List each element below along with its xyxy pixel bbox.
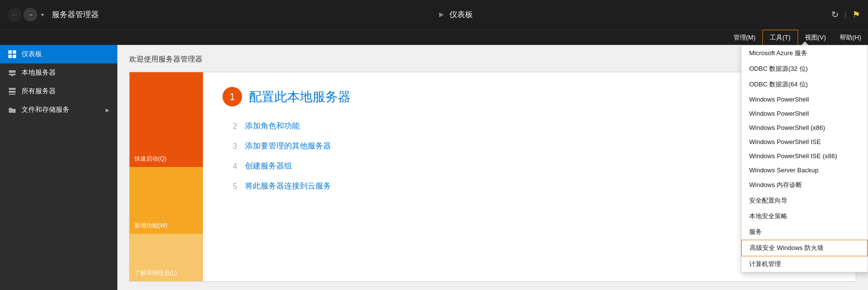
dropdown-item-powershell-ise-x86[interactable]: Windows PowerShell ISE (x86) <box>741 149 868 163</box>
menu-tools[interactable]: 工具(T) <box>762 30 798 45</box>
sidebar-item-dashboard-label: 仪表板 <box>22 50 42 59</box>
step2-link[interactable]: 添加角色和功能 <box>245 121 300 131</box>
local-server-icon <box>8 68 17 77</box>
flag-icon[interactable]: ⚑ <box>852 9 860 20</box>
svg-rect-8 <box>9 91 16 93</box>
step1-circle: 1 <box>223 87 242 106</box>
divider-icon: | <box>845 10 846 19</box>
step5-link[interactable]: 将此服务器连接到云服务 <box>245 181 331 191</box>
app-title: 服务器管理器 <box>52 10 434 20</box>
tile-learn-more-label: 了解详细信息(L) <box>134 269 177 277</box>
all-servers-icon <box>8 87 17 96</box>
dropdown-item-memory-diag[interactable]: Windows 内存诊断 <box>741 177 868 193</box>
nav-buttons: ← → ▼ <box>8 8 46 21</box>
dropdown-item-services[interactable]: 服务 <box>741 224 868 240</box>
back-button[interactable]: ← <box>8 8 22 21</box>
menu-manage[interactable]: 管理(M) <box>727 30 763 45</box>
breadcrumb-separator: ► <box>438 10 445 19</box>
svg-rect-4 <box>9 70 16 73</box>
tile-new-features[interactable]: 新增功能(W) <box>130 167 203 234</box>
svg-rect-2 <box>8 55 12 58</box>
svg-rect-3 <box>13 55 16 58</box>
dropdown-item-odbc64[interactable]: ODBC 数据源(64 位) <box>741 77 868 92</box>
dropdown-item-server-backup[interactable]: Windows Server Backup <box>741 163 868 177</box>
dropdown-item-powershellx86[interactable]: Windows PowerShell (x86) <box>741 121 868 135</box>
step2-num: 2 <box>227 122 237 131</box>
svg-rect-5 <box>9 74 16 75</box>
dropdown-item-powershell2[interactable]: Windows PowerShell <box>741 106 868 121</box>
step3-link[interactable]: 添加要管理的其他服务器 <box>245 141 331 151</box>
dashboard-icon <box>8 50 17 59</box>
sidebar-item-all-servers[interactable]: 所有服务器 <box>0 82 117 101</box>
svg-rect-7 <box>9 88 16 90</box>
dropdown-item-powershell[interactable]: Windows PowerShell <box>741 92 868 106</box>
sidebar-item-local-server[interactable]: 本地服务器 <box>0 63 117 82</box>
sidebar-item-dashboard[interactable]: 仪表板 <box>0 45 117 63</box>
chevron-right-icon: ▶ <box>106 107 110 113</box>
sidebar-item-all-servers-label: 所有服务器 <box>22 87 56 96</box>
sidebar: 仪表板 本地服务器 所有服务器 <box>0 45 117 290</box>
refresh-icon[interactable]: ↻ <box>831 9 839 20</box>
dropdown-item-powershell-ise[interactable]: Windows PowerShell ISE <box>741 135 868 149</box>
file-storage-icon <box>8 105 17 114</box>
dropdown-item-firewall[interactable]: 高级安全 Windows 防火墙 <box>741 240 868 256</box>
svg-rect-0 <box>8 50 12 54</box>
tools-dropdown-menu: Microsoft Azure 服务 ODBC 数据源(32 位) ODBC 数… <box>741 45 868 272</box>
step5-num: 5 <box>227 182 237 191</box>
tile-learn-more[interactable]: 了解详细信息(L) <box>130 234 203 281</box>
forward-button[interactable]: → <box>23 8 37 21</box>
tile-quick-start[interactable]: 快速启动(Q) <box>130 72 203 167</box>
svg-rect-6 <box>11 75 13 76</box>
step4-link[interactable]: 创建服务器组 <box>245 161 292 171</box>
svg-rect-1 <box>13 50 16 54</box>
step1-text: 配置此本地服务器 <box>249 88 351 105</box>
svg-rect-9 <box>9 94 16 95</box>
title-bar: ← → ▼ 服务器管理器 ► 仪表板 ↻ | ⚑ <box>0 0 868 29</box>
step4-num: 4 <box>227 162 237 171</box>
tile-quick-start-label: 快速启动(Q) <box>134 155 166 163</box>
tiles-column: 快速启动(Q) 新增功能(W) 了解详细信息(L) <box>130 72 203 281</box>
dropdown-item-computer-mgmt[interactable]: 计算机管理 <box>741 256 868 272</box>
toolbar-right: ↻ | ⚑ <box>831 9 860 20</box>
dropdown-item-local-security[interactable]: 本地安全策略 <box>741 208 868 224</box>
sidebar-item-file-storage-label: 文件和存储服务 <box>22 105 69 114</box>
menu-help[interactable]: 帮助(H) <box>833 30 868 45</box>
step1-number: 1 <box>229 91 235 103</box>
step3-num: 3 <box>227 142 237 151</box>
dropdown-item-azure[interactable]: Microsoft Azure 服务 <box>741 45 868 61</box>
breadcrumb: 仪表板 <box>449 10 831 20</box>
menu-bar: 管理(M) 工具(T) 视图(V) 帮助(H) <box>0 29 868 45</box>
tile-new-features-label: 新增功能(W) <box>134 222 167 230</box>
dropdown-item-security-wizard[interactable]: 安全配置向导 <box>741 193 868 208</box>
dropdown-arrow <box>801 41 809 45</box>
sidebar-item-file-storage[interactable]: 文件和存储服务 ▶ <box>0 101 117 119</box>
dropdown-item-odbc32[interactable]: ODBC 数据源(32 位) <box>741 61 868 77</box>
main-layout: 仪表板 本地服务器 所有服务器 <box>0 45 868 290</box>
sidebar-item-local-server-label: 本地服务器 <box>22 68 56 77</box>
nav-dropdown-button[interactable]: ▼ <box>39 11 46 18</box>
